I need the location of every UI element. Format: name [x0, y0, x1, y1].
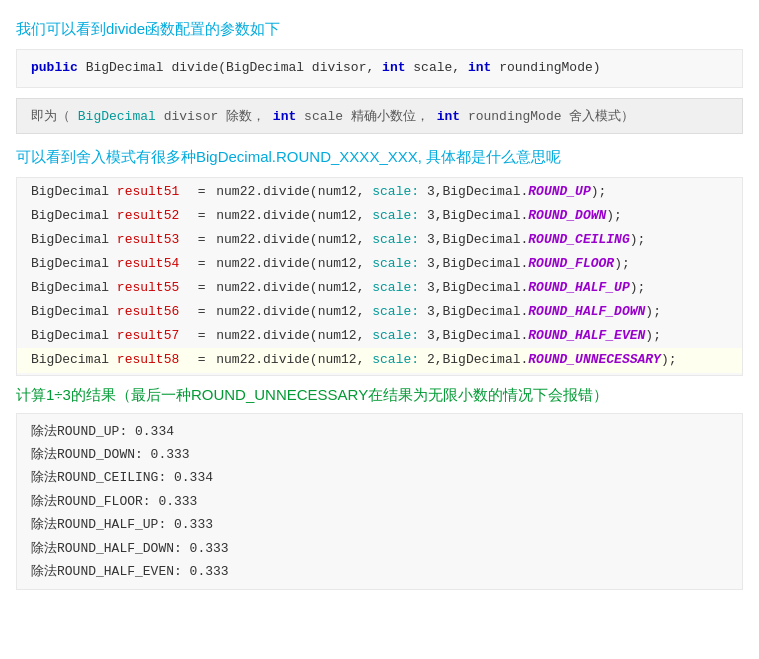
section2: 可以看到舍入模式有很多种BigDecimal.ROUND_XXXX_XXX, 具… — [16, 148, 743, 376]
table-row: BigDecimal result56 = num22.divide(num12… — [17, 300, 742, 324]
list-item: 除法ROUND_UP: 0.334 — [31, 420, 728, 443]
section3-title: 计算1÷3的结果（最后一种ROUND_UNNECESSARY在结果为无限小数的情… — [16, 386, 743, 405]
section1-param-desc: 即为（ BigDecimal divisor 除数， int scale 精确小… — [16, 98, 743, 134]
param-intro: 即为（ — [31, 109, 70, 124]
table-row: BigDecimal result57 = num22.divide(num12… — [17, 324, 742, 348]
list-item: 除法ROUND_HALF_UP: 0.333 — [31, 513, 728, 536]
code-rows-container: BigDecimal result51 = num22.divide(num12… — [16, 177, 743, 376]
section2-title: 可以看到舍入模式有很多种BigDecimal.ROUND_XXXX_XXX, 具… — [16, 148, 743, 167]
int-keyword-1: int — [382, 60, 405, 75]
list-item: 除法ROUND_FLOOR: 0.333 — [31, 490, 728, 513]
section1-title: 我们可以看到divide函数配置的参数如下 — [16, 20, 743, 39]
table-row: BigDecimal result51 = num22.divide(num12… — [17, 180, 742, 204]
int-keyword-2: int — [468, 60, 491, 75]
list-item: 除法ROUND_CEILING: 0.334 — [31, 466, 728, 489]
scale-param: scale, — [413, 60, 468, 75]
return-type: BigDecimal divide(BigDecimal divisor, — [86, 60, 382, 75]
param-bigdecimal: BigDecimal — [78, 109, 156, 124]
list-item: 除法ROUND_HALF_EVEN: 0.333 — [31, 560, 728, 583]
list-item: 除法ROUND_HALF_DOWN: 0.333 — [31, 537, 728, 560]
table-row: BigDecimal result54 = num22.divide(num12… — [17, 252, 742, 276]
section1-code: public BigDecimal divide(BigDecimal divi… — [16, 49, 743, 88]
table-row: BigDecimal result58 = num22.divide(num12… — [17, 348, 742, 372]
rounding-param: roundingMode) — [499, 60, 600, 75]
output-block: 除法ROUND_UP: 0.334 除法ROUND_DOWN: 0.333 除法… — [16, 413, 743, 591]
table-row: BigDecimal result55 = num22.divide(num12… — [17, 276, 742, 300]
table-row: BigDecimal result53 = num22.divide(num12… — [17, 228, 742, 252]
param-int-scale: int — [273, 109, 296, 124]
public-keyword: public — [31, 60, 78, 75]
section1: 我们可以看到divide函数配置的参数如下 public BigDecimal … — [16, 20, 743, 134]
table-row: BigDecimal result52 = num22.divide(num12… — [17, 204, 742, 228]
section3: 计算1÷3的结果（最后一种ROUND_UNNECESSARY在结果为无限小数的情… — [16, 386, 743, 591]
param-int-rounding: int — [437, 109, 460, 124]
list-item: 除法ROUND_DOWN: 0.333 — [31, 443, 728, 466]
